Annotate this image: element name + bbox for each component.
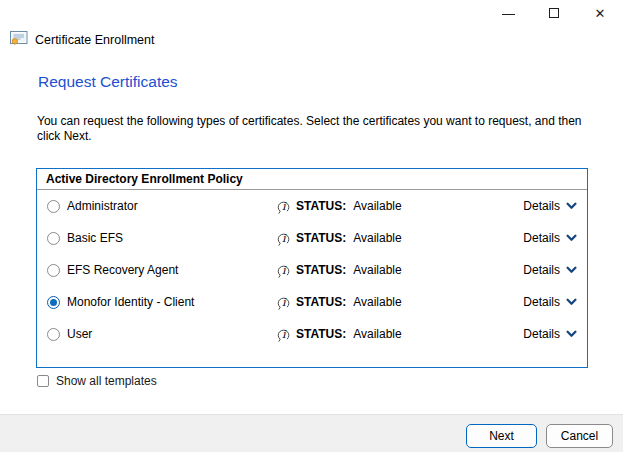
template-row-monofor-identity-client[interactable]: Monofor Identity - Client i STATUS: Avai… bbox=[37, 286, 587, 318]
details-label: Details bbox=[523, 327, 560, 341]
close-button[interactable]: ✕ bbox=[577, 0, 623, 26]
template-name: Basic EFS bbox=[67, 231, 277, 245]
svg-text:i: i bbox=[282, 232, 287, 245]
info-icon: i bbox=[277, 230, 290, 246]
page-description: You can request the following types of c… bbox=[37, 114, 594, 144]
details-toggle[interactable]: Details bbox=[523, 231, 577, 245]
info-icon: i bbox=[277, 262, 290, 278]
status-label: STATUS: bbox=[296, 327, 346, 341]
page-title: Request Certificates bbox=[38, 73, 178, 91]
status-group: i STATUS: Available bbox=[277, 326, 402, 342]
show-all-templates-checkbox[interactable] bbox=[37, 375, 49, 387]
template-name: Administrator bbox=[67, 199, 277, 213]
maximize-icon bbox=[549, 8, 559, 18]
chevron-down-icon bbox=[566, 202, 577, 210]
certificate-icon bbox=[10, 31, 28, 48]
svg-text:i: i bbox=[282, 296, 287, 309]
maximize-button[interactable] bbox=[531, 0, 577, 26]
template-row-administrator[interactable]: Administrator i STATUS: Available Detail… bbox=[37, 190, 587, 222]
minimize-icon bbox=[502, 14, 515, 15]
details-toggle[interactable]: Details bbox=[523, 199, 577, 213]
template-name: User bbox=[67, 327, 277, 341]
template-row-basic-efs[interactable]: Basic EFS i STATUS: Available Details bbox=[37, 222, 587, 254]
svg-text:i: i bbox=[282, 328, 287, 341]
status-group: i STATUS: Available bbox=[277, 230, 402, 246]
status-value: Available bbox=[353, 231, 401, 245]
status-group: i STATUS: Available bbox=[277, 294, 402, 310]
template-name: EFS Recovery Agent bbox=[67, 263, 277, 277]
window-controls: ✕ bbox=[485, 0, 623, 26]
status-label: STATUS: bbox=[296, 295, 346, 309]
details-label: Details bbox=[523, 199, 560, 213]
radio-user[interactable] bbox=[47, 328, 60, 341]
app-title: Certificate Enrollment bbox=[35, 33, 155, 47]
chevron-down-icon bbox=[566, 298, 577, 306]
details-toggle[interactable]: Details bbox=[523, 327, 577, 341]
cancel-button[interactable]: Cancel bbox=[546, 424, 613, 448]
policy-group-header[interactable]: Active Directory Enrollment Policy bbox=[37, 169, 587, 190]
template-row-user[interactable]: User i STATUS: Available Details bbox=[37, 318, 587, 350]
chevron-down-icon bbox=[566, 234, 577, 242]
show-all-templates-label: Show all templates bbox=[56, 374, 157, 388]
chevron-down-icon bbox=[566, 266, 577, 274]
svg-text:i: i bbox=[282, 264, 287, 277]
status-value: Available bbox=[353, 263, 401, 277]
status-label: STATUS: bbox=[296, 263, 346, 277]
status-value: Available bbox=[353, 199, 401, 213]
status-group: i STATUS: Available bbox=[277, 198, 402, 214]
status-value: Available bbox=[353, 295, 401, 309]
template-row-efs-recovery-agent[interactable]: EFS Recovery Agent i STATUS: Available D… bbox=[37, 254, 587, 286]
info-icon: i bbox=[277, 198, 290, 214]
info-icon: i bbox=[277, 294, 290, 310]
details-label: Details bbox=[523, 231, 560, 245]
radio-monofor-identity-client[interactable] bbox=[47, 296, 60, 309]
details-toggle[interactable]: Details bbox=[523, 295, 577, 309]
show-all-templates-option[interactable]: Show all templates bbox=[37, 374, 157, 388]
enrollment-policy-listbox: Active Directory Enrollment Policy Admin… bbox=[36, 168, 588, 368]
details-toggle[interactable]: Details bbox=[523, 263, 577, 277]
details-label: Details bbox=[523, 295, 560, 309]
footer-bar: Next Cancel bbox=[0, 414, 623, 452]
close-icon: ✕ bbox=[595, 7, 606, 20]
svg-text:i: i bbox=[282, 200, 287, 213]
radio-efs-recovery-agent[interactable] bbox=[47, 264, 60, 277]
status-group: i STATUS: Available bbox=[277, 262, 402, 278]
status-value: Available bbox=[353, 327, 401, 341]
minimize-button[interactable] bbox=[485, 0, 531, 26]
chevron-down-icon bbox=[566, 330, 577, 338]
radio-basic-efs[interactable] bbox=[47, 232, 60, 245]
radio-administrator[interactable] bbox=[47, 200, 60, 213]
template-name: Monofor Identity - Client bbox=[67, 295, 277, 309]
details-label: Details bbox=[523, 263, 560, 277]
status-label: STATUS: bbox=[296, 231, 346, 245]
info-icon: i bbox=[277, 326, 290, 342]
next-button[interactable]: Next bbox=[466, 424, 537, 448]
status-label: STATUS: bbox=[296, 199, 346, 213]
app-header: Certificate Enrollment bbox=[10, 31, 155, 48]
